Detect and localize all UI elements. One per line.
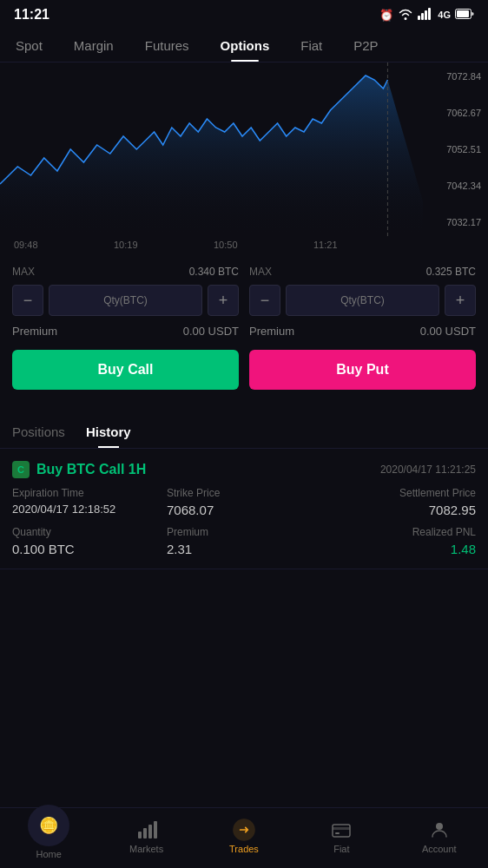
signal-icon (418, 8, 433, 23)
price-4: 7042.34 (446, 181, 481, 191)
premium-line-right: Premium 0.00 USDT (249, 325, 476, 338)
home-logo: 🪙 (28, 805, 69, 846)
alarm-icon: ⏰ (379, 9, 393, 22)
price-axis: 7072.84 7062.67 7052.51 7042.34 7032.17 (423, 62, 488, 236)
premium-hist-value: 2.31 (167, 542, 321, 556)
premium-label-right: Premium (249, 325, 294, 338)
svg-rect-1 (421, 13, 424, 20)
buy-call-button[interactable]: Buy Call (12, 350, 239, 390)
premium-value-right: 0.00 USDT (420, 325, 476, 338)
expiration-label: Expiration Time (12, 487, 167, 499)
tab-margin[interactable]: Margin (58, 31, 129, 62)
nav-markets-label: Markets (129, 844, 163, 854)
tab-futures[interactable]: Futures (129, 31, 205, 62)
chart-container: 7072.84 7062.67 7052.51 7042.34 7032.17 (0, 62, 488, 236)
strike-label: Strike Price (167, 487, 321, 499)
time-2: 10:19 (114, 240, 138, 250)
minus-btn-left[interactable]: − (12, 285, 43, 316)
buy-put-button[interactable]: Buy Put (249, 350, 476, 390)
max-line-left: MAX 0.340 BTC (12, 266, 239, 278)
4g-label: 4G (438, 10, 451, 20)
max-line-right: MAX 0.325 BTC (249, 266, 476, 278)
svg-rect-9 (148, 825, 152, 838)
premium-hist-label: Premium (167, 526, 321, 538)
settlement-cell: Settlement Price 7082.95 (321, 487, 476, 517)
buy-call-col: MAX 0.340 BTC − + Premium 0.00 USDT Buy … (12, 266, 239, 390)
history-item: C Buy BTC Call 1H 2020/04/17 11:21:25 Ex… (0, 449, 488, 569)
quantity-cell: Quantity 0.100 BTC (12, 526, 167, 556)
nav-trades-label: Trades (229, 844, 259, 854)
time-axis: 09:48 10:19 10:50 11:21 (0, 236, 488, 255)
bottom-nav: 🪙 Home Markets Trades (0, 807, 488, 868)
price-1: 7072.84 (446, 71, 481, 82)
svg-rect-0 (418, 16, 420, 20)
nav-account-label: Account (422, 844, 457, 854)
tab-fiat[interactable]: Fiat (285, 31, 338, 62)
nav-tabs: Spot Margin Futures Options Fiat P2P (0, 26, 488, 62)
premium-label-left: Premium (12, 325, 57, 338)
time-1: 09:48 (14, 240, 38, 250)
nav-account[interactable]: Account (415, 819, 464, 854)
plus-btn-right[interactable]: + (445, 285, 476, 316)
nav-home[interactable]: 🪙 Home (24, 813, 73, 859)
svg-rect-2 (425, 10, 427, 20)
qty-input-left[interactable] (49, 285, 202, 316)
chart-area (0, 62, 423, 236)
history-timestamp: 2020/04/17 11:21:25 (380, 464, 476, 476)
minus-btn-right[interactable]: − (249, 285, 280, 316)
strike-cell: Strike Price 7068.07 (167, 487, 321, 517)
status-time: 11:21 (14, 7, 49, 23)
svg-rect-14 (335, 832, 340, 834)
svg-rect-10 (154, 821, 157, 838)
svg-rect-12 (333, 825, 350, 837)
status-bar: 11:21 ⏰ 4G (0, 0, 488, 26)
nav-home-label: Home (36, 849, 62, 859)
svg-rect-5 (457, 10, 469, 17)
nav-fiat[interactable]: Fiat (317, 819, 366, 854)
premium-value-left: 0.00 USDT (183, 325, 239, 338)
wifi-icon (398, 8, 413, 23)
account-icon (428, 819, 451, 841)
trades-icon (233, 819, 255, 841)
expiration-value: 2020/04/17 12:18:52 (12, 503, 167, 516)
battery-icon (455, 9, 474, 22)
history-title: Buy BTC Call 1H (36, 462, 146, 477)
price-2: 7062.67 (446, 108, 481, 118)
tab-spot[interactable]: Spot (0, 31, 58, 62)
status-icons: ⏰ 4G (379, 8, 474, 23)
price-5: 7032.17 (446, 217, 481, 227)
svg-rect-13 (333, 827, 350, 830)
price-3: 7052.51 (446, 144, 481, 155)
svg-rect-7 (138, 832, 142, 838)
settlement-value: 7082.95 (321, 503, 476, 517)
pnl-label: Realized PNL (321, 526, 476, 538)
svg-point-15 (436, 823, 443, 830)
nav-trades[interactable]: Trades (220, 819, 268, 854)
premium-line-left: Premium 0.00 USDT (12, 325, 239, 338)
strike-value: 7068.07 (167, 503, 321, 517)
tab-p2p[interactable]: P2P (338, 31, 393, 62)
markets-icon (135, 819, 158, 841)
time-3: 10:50 (214, 240, 238, 250)
svg-rect-3 (428, 8, 431, 20)
pnl-value: 1.48 (321, 542, 476, 556)
history-header: C Buy BTC Call 1H 2020/04/17 11:21:25 (12, 461, 476, 478)
max-value-right: 0.325 BTC (426, 266, 476, 278)
quantity-value: 0.100 BTC (12, 542, 167, 556)
pnl-cell: Realized PNL 1.48 (321, 526, 476, 556)
time-4: 11:21 (313, 240, 338, 250)
buy-put-col: MAX 0.325 BTC − + Premium 0.00 USDT Buy … (249, 266, 476, 390)
expiration-cell: Expiration Time 2020/04/17 12:18:52 (12, 487, 167, 517)
trade-row: MAX 0.340 BTC − + Premium 0.00 USDT Buy … (12, 266, 476, 390)
c-badge: C (12, 461, 30, 478)
sub-tabs: Positions History (0, 411, 488, 449)
plus-btn-left[interactable]: + (208, 285, 239, 316)
history-grid: Expiration Time 2020/04/17 12:18:52 Stri… (12, 487, 476, 556)
tab-options[interactable]: Options (205, 31, 286, 62)
nav-markets[interactable]: Markets (122, 819, 171, 854)
qty-input-right[interactable] (286, 285, 439, 316)
tab-positions[interactable]: Positions (12, 424, 65, 448)
svg-rect-8 (143, 828, 147, 838)
tab-history[interactable]: History (86, 424, 131, 448)
premium-cell: Premium 2.31 (167, 526, 321, 556)
